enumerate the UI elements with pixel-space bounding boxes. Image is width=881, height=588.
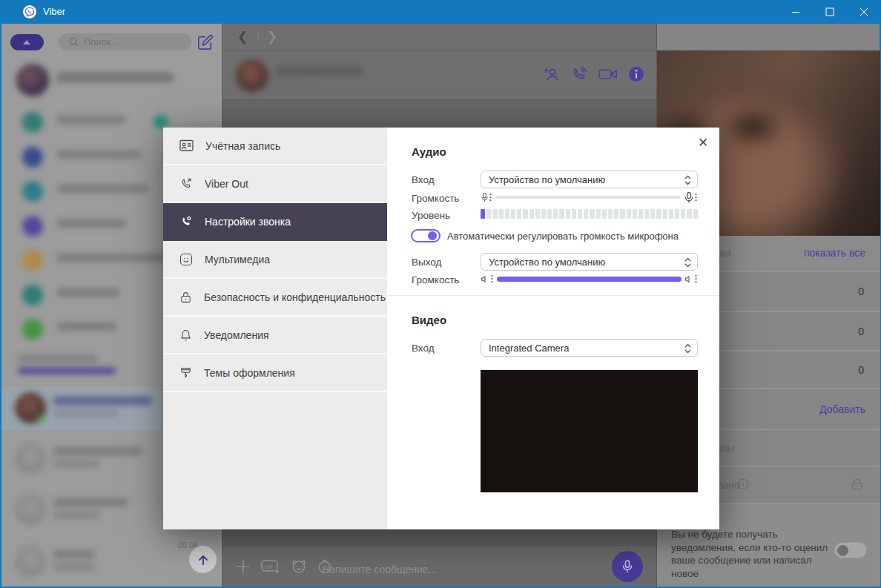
video-input-select[interactable]: Integrated Camera — [481, 339, 698, 357]
viber-window: Viber Поиск... — [0, 0, 881, 588]
audio-output-value: Устройство по умолчанию — [489, 257, 605, 268]
profile-menu-button[interactable] — [10, 34, 44, 50]
counter-value: 0 — [858, 326, 864, 337]
avatar[interactable] — [22, 181, 43, 202]
level-meter-segment — [687, 209, 691, 219]
notifications-bell-icon — [179, 328, 192, 342]
compose-icon[interactable] — [197, 34, 214, 50]
audio-input-select[interactable]: Устройство по умолчанию — [481, 171, 698, 188]
online-badge — [37, 415, 44, 423]
nav-back-button[interactable]: ❮ — [237, 29, 248, 44]
chat-status-placeholder — [276, 82, 310, 89]
avatar[interactable] — [15, 546, 46, 577]
avatar[interactable] — [22, 319, 43, 340]
level-meter-segment — [486, 209, 491, 219]
minimize-button[interactable] — [779, 0, 813, 24]
speaker-max-icon — [684, 274, 694, 284]
chevron-updown-icon — [684, 257, 692, 268]
level-meter-segment — [481, 209, 485, 219]
chat-header — [222, 50, 656, 100]
dialog-close-button[interactable]: ✕ — [694, 133, 712, 151]
avatar[interactable] — [22, 147, 43, 168]
avatar[interactable] — [16, 64, 49, 96]
video-call-icon[interactable] — [598, 65, 618, 83]
menu-item-label: Настройки звонка — [205, 216, 291, 228]
mute-toggle[interactable] — [834, 542, 867, 558]
voice-call-icon[interactable] — [570, 65, 588, 83]
info-circle-icon[interactable] — [737, 478, 749, 490]
input-level-meter — [481, 209, 698, 219]
stickers-icon[interactable] — [291, 559, 307, 574]
level-meter-segment — [517, 209, 521, 219]
level-meter-segment — [566, 209, 570, 219]
add-participant-icon[interactable] — [543, 65, 561, 83]
level-meter-segment — [608, 209, 613, 219]
menu-item-account[interactable]: Учётная запись — [163, 128, 387, 165]
level-meter-segment — [535, 209, 540, 219]
menu-item-multimedia[interactable]: Мультимедиа — [163, 241, 387, 279]
show-all-link[interactable]: показать все — [804, 247, 865, 259]
input-volume-slider[interactable] — [481, 191, 698, 203]
composer-placeholder[interactable]: Напишите сообщение... — [322, 564, 437, 575]
search-input[interactable]: Поиск... — [59, 33, 191, 50]
avatar[interactable] — [15, 443, 46, 474]
level-meter-segment — [578, 209, 582, 219]
themes-brush-icon — [179, 366, 192, 380]
audio-output-label: Выход — [412, 257, 441, 268]
chat-name-placeholder — [53, 498, 128, 506]
avatar[interactable] — [22, 112, 43, 133]
audio-output-select[interactable]: Устройство по умолчанию — [481, 253, 698, 271]
section-header-placeholder — [18, 355, 98, 363]
add-link[interactable]: Добавить — [819, 403, 865, 415]
level-meter-segment — [541, 209, 546, 219]
account-icon — [179, 139, 194, 152]
search-icon — [69, 37, 79, 47]
chat-title-placeholder — [276, 66, 363, 76]
svg-text:GIF: GIF — [265, 564, 274, 569]
agc-toggle[interactable] — [411, 229, 440, 242]
menu-item-notifications[interactable]: Уведомления — [163, 317, 387, 354]
chat-name-placeholder — [57, 151, 140, 159]
menu-item-call-settings[interactable]: Настройки звонка — [163, 203, 387, 241]
level-meter-segment — [614, 209, 618, 219]
avatar[interactable] — [22, 285, 43, 305]
level-meter-segment — [590, 209, 594, 219]
level-meter-segment — [627, 209, 631, 219]
viber-logo-icon — [22, 4, 37, 19]
output-volume-label: Громкость — [412, 274, 459, 285]
chat-info-icon[interactable] — [628, 66, 644, 82]
slider-track[interactable] — [495, 196, 681, 199]
nav-forward-button[interactable]: ❯ — [267, 29, 277, 44]
level-meter-segment — [559, 209, 564, 219]
slider-track-filled[interactable] — [497, 277, 682, 282]
menu-item-themes[interactable]: Темы оформления — [163, 354, 387, 392]
chat-avatar[interactable] — [236, 59, 268, 92]
avatar[interactable] — [15, 494, 46, 525]
chat-name-placeholder — [57, 219, 127, 228]
level-meter-segment — [675, 209, 679, 219]
viber-out-icon — [179, 177, 193, 191]
gif-icon[interactable]: GIF — [261, 559, 280, 574]
level-meter-segment — [681, 209, 685, 219]
video-input-label: Вход — [412, 343, 435, 354]
avatar[interactable] — [22, 250, 43, 271]
security-lock-icon — [179, 291, 192, 304]
menu-item-label: Мультимедиа — [205, 254, 270, 265]
voice-message-button[interactable] — [612, 551, 643, 582]
level-meter-segment — [596, 209, 601, 219]
chevron-up-icon — [23, 40, 30, 44]
lock-icon — [850, 477, 864, 492]
menu-item-security[interactable]: Безопасность и конфиденциальность — [163, 279, 387, 317]
counter-value: 0 — [858, 364, 864, 376]
chat-subtitle-placeholder — [53, 410, 119, 417]
output-volume-slider[interactable] — [481, 273, 698, 285]
arrow-up-icon — [197, 553, 210, 566]
menu-item-viber-out[interactable]: Viber Out — [163, 165, 387, 203]
dots-icon — [694, 274, 698, 283]
close-window-button[interactable] — [847, 0, 881, 24]
scroll-to-top-button[interactable] — [189, 546, 217, 573]
avatar[interactable] — [22, 216, 43, 237]
attach-plus-icon[interactable] — [236, 559, 251, 574]
menu-item-label: Безопасность и конфиденциальность — [204, 291, 386, 303]
maximize-button[interactable] — [813, 0, 847, 24]
